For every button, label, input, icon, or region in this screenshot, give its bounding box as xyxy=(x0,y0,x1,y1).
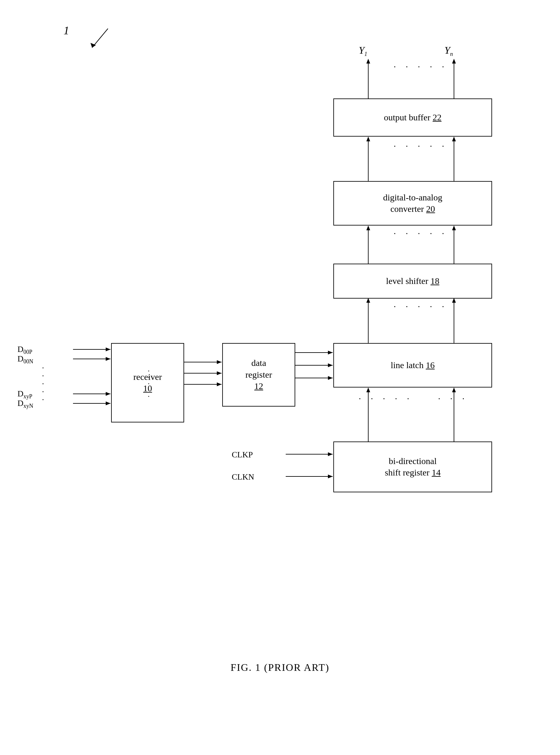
svg-marker-33 xyxy=(217,383,222,386)
clkn-label: CLKN xyxy=(232,472,254,482)
svg-marker-35 xyxy=(106,348,111,351)
y1-label: Y1 xyxy=(359,44,367,58)
y-dots-top: · · · · · xyxy=(394,62,448,72)
level-shifter-block: level shifter 18 xyxy=(333,264,492,298)
svg-marker-29 xyxy=(217,360,222,364)
figure-caption: FIG. 1 (PRIOR ART) xyxy=(0,662,560,673)
figure-ref-number xyxy=(82,25,121,54)
svg-marker-25 xyxy=(366,387,370,392)
output-buffer-block: output buffer 22 xyxy=(333,98,492,137)
dots-receiver-inner: · · · · · xyxy=(144,370,153,399)
dots-linelatch-shift-left: · · · · · xyxy=(359,394,413,404)
svg-marker-43 xyxy=(328,452,333,456)
svg-marker-27 xyxy=(452,387,456,392)
dots-linelatch-shift-right: · · · xyxy=(438,394,468,404)
svg-marker-11 xyxy=(366,226,370,230)
svg-marker-15 xyxy=(366,298,370,303)
dxyn-label: DxyN xyxy=(18,399,33,409)
diagram-number: 1 xyxy=(63,24,69,37)
svg-marker-45 xyxy=(328,475,333,478)
svg-marker-39 xyxy=(106,392,111,396)
svg-marker-13 xyxy=(452,226,456,230)
d00n-label: D00N xyxy=(18,354,33,365)
dots-dac-levelshift: · · · · · xyxy=(394,229,448,239)
svg-marker-23 xyxy=(328,376,333,380)
svg-marker-21 xyxy=(328,363,333,367)
svg-marker-17 xyxy=(452,298,456,303)
yn-label: Yn xyxy=(444,44,453,58)
data-register-block: dataregister12 xyxy=(222,343,295,407)
dots-receiver-left: · · · · · xyxy=(38,367,47,403)
dac-block: digital-to-analogconverter 20 xyxy=(333,181,492,226)
svg-marker-31 xyxy=(217,371,222,375)
svg-marker-37 xyxy=(106,357,111,361)
dots-levelshift-linelatch: · · · · · xyxy=(394,302,448,312)
svg-marker-19 xyxy=(328,351,333,354)
svg-marker-41 xyxy=(106,402,111,405)
svg-marker-5 xyxy=(452,59,456,63)
svg-marker-9 xyxy=(452,137,456,141)
dots-buffer-dac: · · · · · xyxy=(394,141,448,152)
shift-register-block: bi-directionalshift register 14 xyxy=(333,442,492,492)
clkp-label: CLKP xyxy=(232,450,253,460)
svg-marker-7 xyxy=(366,137,370,141)
line-latch-block: line latch 16 xyxy=(333,343,492,387)
svg-marker-3 xyxy=(366,59,370,63)
